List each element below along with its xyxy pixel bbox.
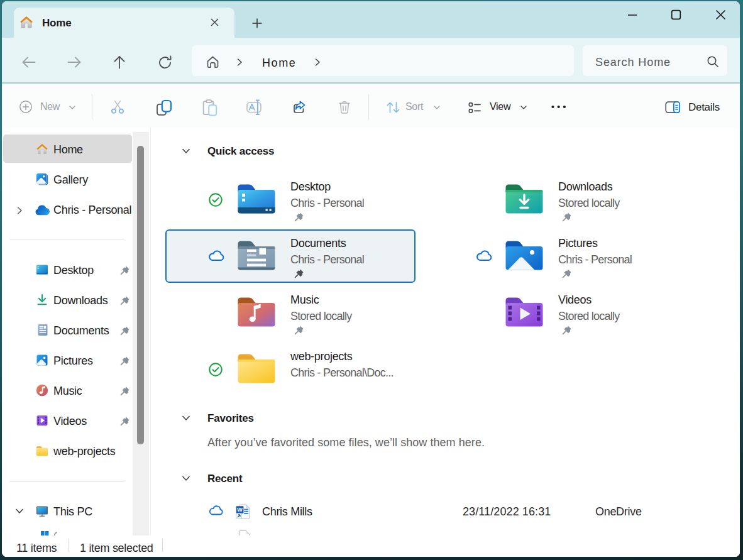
svg-text:W: W xyxy=(237,507,243,513)
